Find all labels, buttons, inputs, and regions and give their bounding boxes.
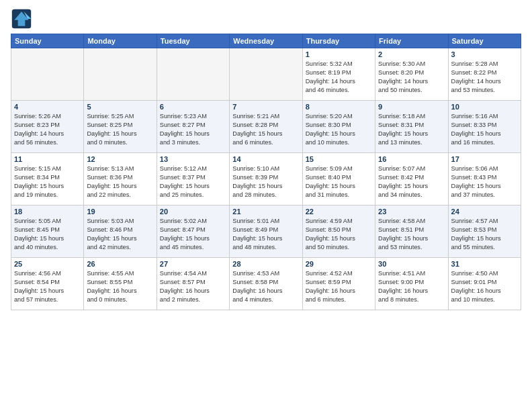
day-number: 16 bbox=[378, 155, 445, 163]
day-info: Sunrise: 5:28 AM Sunset: 8:22 PM Dayligh… bbox=[451, 60, 518, 95]
day-number: 23 bbox=[378, 208, 445, 216]
calendar-cell: 4Sunrise: 5:26 AM Sunset: 8:23 PM Daylig… bbox=[11, 101, 84, 153]
day-number: 4 bbox=[14, 103, 81, 111]
day-number: 3 bbox=[451, 50, 518, 58]
day-number: 2 bbox=[378, 50, 445, 58]
day-number: 14 bbox=[232, 155, 299, 163]
day-info: Sunrise: 5:30 AM Sunset: 8:20 PM Dayligh… bbox=[378, 60, 445, 95]
weekday-header-tuesday: Tuesday bbox=[157, 34, 229, 48]
calendar-cell: 11Sunrise: 5:15 AM Sunset: 8:34 PM Dayli… bbox=[11, 153, 84, 205]
week-row-3: 11Sunrise: 5:15 AM Sunset: 8:34 PM Dayli… bbox=[11, 153, 521, 205]
weekday-row: SundayMondayTuesdayWednesdayThursdayFrid… bbox=[11, 34, 521, 48]
calendar-cell: 21Sunrise: 5:01 AM Sunset: 8:49 PM Dayli… bbox=[230, 205, 302, 258]
day-number: 21 bbox=[232, 208, 299, 216]
calendar-cell: 5Sunrise: 5:25 AM Sunset: 8:25 PM Daylig… bbox=[84, 101, 157, 153]
day-number: 5 bbox=[87, 103, 153, 111]
day-info: Sunrise: 5:15 AM Sunset: 8:34 PM Dayligh… bbox=[14, 165, 81, 199]
calendar-cell: 1Sunrise: 5:32 AM Sunset: 8:19 PM Daylig… bbox=[302, 48, 375, 101]
calendar-cell: 13Sunrise: 5:12 AM Sunset: 8:37 PM Dayli… bbox=[157, 153, 229, 205]
day-number: 10 bbox=[451, 103, 518, 111]
day-info: Sunrise: 5:16 AM Sunset: 8:33 PM Dayligh… bbox=[451, 112, 518, 147]
day-info: Sunrise: 5:25 AM Sunset: 8:25 PM Dayligh… bbox=[87, 112, 153, 147]
logo-icon bbox=[11, 8, 32, 30]
calendar-cell: 19Sunrise: 5:03 AM Sunset: 8:46 PM Dayli… bbox=[84, 205, 157, 258]
day-number: 26 bbox=[87, 260, 153, 268]
day-number: 1 bbox=[306, 50, 372, 58]
weekday-header-friday: Friday bbox=[375, 34, 448, 48]
week-row-5: 25Sunrise: 4:56 AM Sunset: 8:54 PM Dayli… bbox=[11, 258, 521, 310]
day-number: 25 bbox=[14, 260, 81, 268]
day-info: Sunrise: 5:01 AM Sunset: 8:49 PM Dayligh… bbox=[232, 217, 299, 252]
day-info: Sunrise: 4:55 AM Sunset: 8:55 PM Dayligh… bbox=[87, 269, 153, 304]
day-info: Sunrise: 5:06 AM Sunset: 8:43 PM Dayligh… bbox=[451, 165, 518, 199]
day-number: 20 bbox=[160, 208, 226, 216]
day-info: Sunrise: 5:10 AM Sunset: 8:39 PM Dayligh… bbox=[232, 165, 299, 199]
day-info: Sunrise: 4:50 AM Sunset: 9:01 PM Dayligh… bbox=[451, 269, 518, 304]
day-number: 24 bbox=[451, 208, 518, 216]
day-number: 9 bbox=[378, 103, 445, 111]
calendar-cell bbox=[157, 48, 229, 101]
day-number: 15 bbox=[306, 155, 372, 163]
day-info: Sunrise: 5:21 AM Sunset: 8:28 PM Dayligh… bbox=[232, 112, 299, 147]
day-info: Sunrise: 5:02 AM Sunset: 8:47 PM Dayligh… bbox=[160, 217, 226, 252]
day-number: 11 bbox=[14, 155, 81, 163]
day-number: 7 bbox=[232, 103, 299, 111]
weekday-header-saturday: Saturday bbox=[448, 34, 521, 48]
day-info: Sunrise: 4:53 AM Sunset: 8:58 PM Dayligh… bbox=[232, 269, 299, 304]
logo bbox=[11, 8, 35, 30]
week-row-4: 18Sunrise: 5:05 AM Sunset: 8:45 PM Dayli… bbox=[11, 205, 521, 258]
day-info: Sunrise: 5:26 AM Sunset: 8:23 PM Dayligh… bbox=[14, 112, 81, 147]
calendar-cell: 2Sunrise: 5:30 AM Sunset: 8:20 PM Daylig… bbox=[375, 48, 448, 101]
day-number: 22 bbox=[306, 208, 372, 216]
calendar-cell: 12Sunrise: 5:13 AM Sunset: 8:36 PM Dayli… bbox=[84, 153, 157, 205]
day-number: 29 bbox=[306, 260, 372, 268]
day-info: Sunrise: 5:09 AM Sunset: 8:40 PM Dayligh… bbox=[306, 165, 372, 199]
calendar-cell: 8Sunrise: 5:20 AM Sunset: 8:30 PM Daylig… bbox=[302, 101, 375, 153]
calendar-cell: 23Sunrise: 4:58 AM Sunset: 8:51 PM Dayli… bbox=[375, 205, 448, 258]
calendar-cell: 10Sunrise: 5:16 AM Sunset: 8:33 PM Dayli… bbox=[448, 101, 521, 153]
header bbox=[11, 8, 521, 30]
day-info: Sunrise: 5:05 AM Sunset: 8:45 PM Dayligh… bbox=[14, 217, 81, 252]
calendar-cell: 27Sunrise: 4:54 AM Sunset: 8:57 PM Dayli… bbox=[157, 258, 229, 310]
calendar-cell: 14Sunrise: 5:10 AM Sunset: 8:39 PM Dayli… bbox=[230, 153, 302, 205]
day-info: Sunrise: 5:18 AM Sunset: 8:31 PM Dayligh… bbox=[378, 112, 445, 147]
calendar-cell: 28Sunrise: 4:53 AM Sunset: 8:58 PM Dayli… bbox=[230, 258, 302, 310]
day-info: Sunrise: 5:07 AM Sunset: 8:42 PM Dayligh… bbox=[378, 165, 445, 199]
day-number: 8 bbox=[306, 103, 372, 111]
day-number: 19 bbox=[87, 208, 153, 216]
day-info: Sunrise: 5:03 AM Sunset: 8:46 PM Dayligh… bbox=[87, 217, 153, 252]
calendar-body: 1Sunrise: 5:32 AM Sunset: 8:19 PM Daylig… bbox=[11, 48, 521, 310]
weekday-header-wednesday: Wednesday bbox=[230, 34, 302, 48]
calendar-header: SundayMondayTuesdayWednesdayThursdayFrid… bbox=[11, 34, 521, 48]
day-info: Sunrise: 4:58 AM Sunset: 8:51 PM Dayligh… bbox=[378, 217, 445, 252]
weekday-header-monday: Monday bbox=[84, 34, 157, 48]
calendar-cell bbox=[11, 48, 84, 101]
calendar-cell: 7Sunrise: 5:21 AM Sunset: 8:28 PM Daylig… bbox=[230, 101, 302, 153]
day-info: Sunrise: 5:23 AM Sunset: 8:27 PM Dayligh… bbox=[160, 112, 226, 147]
day-number: 12 bbox=[87, 155, 153, 163]
week-row-2: 4Sunrise: 5:26 AM Sunset: 8:23 PM Daylig… bbox=[11, 101, 521, 153]
calendar-cell: 16Sunrise: 5:07 AM Sunset: 8:42 PM Dayli… bbox=[375, 153, 448, 205]
day-number: 6 bbox=[160, 103, 226, 111]
calendar-cell: 30Sunrise: 4:51 AM Sunset: 9:00 PM Dayli… bbox=[375, 258, 448, 310]
day-info: Sunrise: 4:54 AM Sunset: 8:57 PM Dayligh… bbox=[160, 269, 226, 304]
calendar-cell: 25Sunrise: 4:56 AM Sunset: 8:54 PM Dayli… bbox=[11, 258, 84, 310]
day-number: 18 bbox=[14, 208, 81, 216]
calendar-cell: 29Sunrise: 4:52 AM Sunset: 8:59 PM Dayli… bbox=[302, 258, 375, 310]
day-info: Sunrise: 4:51 AM Sunset: 9:00 PM Dayligh… bbox=[378, 269, 445, 304]
day-number: 27 bbox=[160, 260, 226, 268]
week-row-1: 1Sunrise: 5:32 AM Sunset: 8:19 PM Daylig… bbox=[11, 48, 521, 101]
day-info: Sunrise: 5:20 AM Sunset: 8:30 PM Dayligh… bbox=[306, 112, 372, 147]
day-info: Sunrise: 4:57 AM Sunset: 8:53 PM Dayligh… bbox=[451, 217, 518, 252]
day-info: Sunrise: 4:56 AM Sunset: 8:54 PM Dayligh… bbox=[14, 269, 81, 304]
calendar-cell: 17Sunrise: 5:06 AM Sunset: 8:43 PM Dayli… bbox=[448, 153, 521, 205]
calendar-table: SundayMondayTuesdayWednesdayThursdayFrid… bbox=[11, 34, 521, 310]
calendar-cell bbox=[84, 48, 157, 101]
calendar-cell: 31Sunrise: 4:50 AM Sunset: 9:01 PM Dayli… bbox=[448, 258, 521, 310]
day-info: Sunrise: 4:59 AM Sunset: 8:50 PM Dayligh… bbox=[306, 217, 372, 252]
day-info: Sunrise: 5:32 AM Sunset: 8:19 PM Dayligh… bbox=[306, 60, 372, 95]
calendar-cell bbox=[230, 48, 302, 101]
calendar-cell: 18Sunrise: 5:05 AM Sunset: 8:45 PM Dayli… bbox=[11, 205, 84, 258]
day-info: Sunrise: 5:13 AM Sunset: 8:36 PM Dayligh… bbox=[87, 165, 153, 199]
day-number: 17 bbox=[451, 155, 518, 163]
